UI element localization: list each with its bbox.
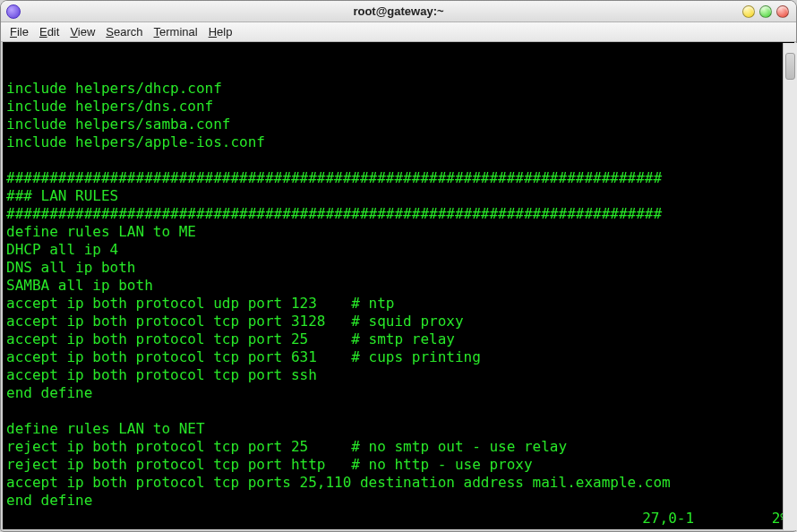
- scrollbar[interactable]: [783, 43, 797, 530]
- cursor-position: 27,0-1: [642, 510, 694, 527]
- terminal-window: root@gateway:~ File Edit View Search Ter…: [0, 0, 797, 532]
- terminal-content: include helpers/dhcp.conf include helper…: [6, 80, 791, 510]
- close-button[interactable]: [776, 5, 789, 18]
- window-title: root@gateway:~: [1, 4, 796, 18]
- cursor-block: [41, 529, 50, 531]
- terminal-area[interactable]: include helpers/dhcp.conf include helper…: [1, 42, 796, 531]
- app-icon: [6, 4, 21, 19]
- menu-file[interactable]: File: [4, 23, 34, 40]
- scrollbar-thumb[interactable]: [785, 53, 795, 80]
- titlebar[interactable]: root@gateway:~: [1, 1, 796, 22]
- maximize-button[interactable]: [759, 5, 772, 18]
- vim-statusline: 27,0-1 2%: [642, 510, 789, 528]
- menu-view[interactable]: View: [64, 23, 100, 40]
- menu-help[interactable]: Help: [203, 23, 238, 40]
- minimize-button[interactable]: [742, 5, 755, 18]
- menubar: File Edit View Search Terminal Help: [1, 22, 796, 42]
- menu-search[interactable]: Search: [100, 23, 148, 40]
- menu-terminal[interactable]: Terminal: [149, 23, 203, 40]
- window-controls: [742, 5, 796, 18]
- menu-edit[interactable]: Edit: [34, 23, 64, 40]
